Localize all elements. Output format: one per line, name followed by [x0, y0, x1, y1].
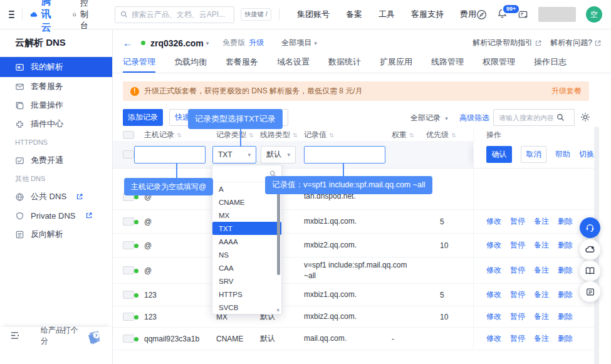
type-option-mx[interactable]: MX	[212, 209, 281, 222]
record-search[interactable]	[493, 109, 575, 126]
header-line[interactable]: 线路类型⇅	[260, 130, 304, 140]
action-modify[interactable]: 修改	[486, 216, 501, 227]
action-pause[interactable]: 暂停	[510, 333, 525, 344]
sort-icon[interactable]: ⇅	[249, 132, 254, 138]
domain-name[interactable]: zrq0326.com	[150, 38, 204, 48]
type-option-aaaa[interactable]: AAAA	[212, 235, 281, 248]
sidebar-item-plugin[interactable]: 插件中心	[0, 115, 112, 133]
action-delete[interactable]: 删除	[558, 333, 573, 344]
sidebar-item-batch[interactable]: 批量操作	[0, 96, 112, 115]
upgrade-package-link[interactable]: 升级套餐	[551, 86, 582, 96]
row-checkbox[interactable]	[123, 291, 134, 299]
host-record-input[interactable]	[134, 146, 206, 164]
action-delete[interactable]: 删除	[558, 289, 573, 300]
action-remark[interactable]: 备注	[534, 240, 549, 251]
global-search[interactable]	[115, 6, 234, 23]
action-modify[interactable]: 修改	[486, 240, 501, 251]
type-option-srv[interactable]: SRV	[212, 274, 281, 288]
tab-statistics[interactable]: 数据统计	[328, 56, 361, 73]
menu-tools[interactable]: 工具	[379, 9, 395, 20]
avatar[interactable]: 空	[586, 6, 602, 23]
cloud-fab[interactable]	[580, 239, 600, 260]
console-link[interactable]: 控制台	[72, 0, 93, 31]
action-modify[interactable]: 修改	[486, 333, 501, 344]
chevron-down-icon[interactable]: ▾	[314, 40, 317, 46]
rate-ribbon-icon[interactable]	[86, 330, 102, 345]
sort-icon[interactable]: ⇅	[451, 132, 456, 138]
hamburger-menu-icon[interactable]	[9, 11, 14, 18]
type-option-https[interactable]: HTTPS	[212, 288, 281, 301]
header-weight[interactable]: 权重⇅	[392, 130, 426, 140]
type-option-ns[interactable]: NS	[212, 248, 281, 261]
action-modify[interactable]: 修改	[486, 311, 501, 322]
action-modify[interactable]: 修改	[486, 265, 501, 276]
row-checkbox[interactable]	[123, 266, 134, 274]
action-delete[interactable]: 删除	[558, 240, 573, 251]
menu-group-account[interactable]: 集团账号	[297, 9, 330, 20]
help-problem-link[interactable]: 解析有问题?	[550, 38, 601, 48]
action-pause[interactable]: 暂停	[510, 265, 525, 276]
action-modify[interactable]: 修改	[486, 289, 501, 300]
type-option-svcb[interactable]: SVCB	[212, 301, 281, 314]
upgrade-link[interactable]: 升级	[249, 38, 264, 48]
tab-permissions[interactable]: 权限管理	[483, 56, 515, 73]
sidebar-item-package[interactable]: 套餐服务	[0, 77, 112, 96]
notifications[interactable]: 99+	[497, 8, 508, 21]
row-checkbox[interactable]	[123, 313, 134, 321]
gear-icon[interactable]	[580, 112, 590, 122]
action-remark[interactable]: 备注	[534, 289, 549, 300]
action-remark[interactable]: 备注	[534, 265, 549, 276]
chevron-down-icon[interactable]: ▾	[206, 40, 209, 46]
sidebar-item-my-dns[interactable]: 我的解析	[0, 57, 112, 77]
sort-icon[interactable]: ⇅	[409, 132, 414, 138]
support-headset-fab[interactable]	[580, 217, 600, 238]
menu-support[interactable]: 客服支持	[411, 9, 444, 20]
help-guide-link[interactable]: 解析记录帮助指引	[473, 38, 541, 48]
global-search-input[interactable]	[132, 10, 229, 19]
header-priority[interactable]: 优先级⇅	[426, 130, 473, 140]
sidebar-item-free-activate[interactable]: 免费开通	[0, 151, 112, 170]
survey-fab[interactable]	[580, 281, 600, 302]
action-pause[interactable]: 暂停	[510, 311, 525, 322]
record-type-select[interactable]: TXT ▾	[212, 146, 256, 164]
tab-package[interactable]: 套餐服务	[226, 56, 258, 73]
tab-line-management[interactable]: 线路管理	[431, 56, 464, 73]
action-remark[interactable]: 备注	[534, 333, 549, 344]
select-all-checkbox[interactable]	[123, 131, 134, 139]
dropdown-scrollbar[interactable]	[277, 185, 280, 275]
switch-link[interactable]: 切换	[579, 149, 594, 160]
row-checkbox[interactable]	[123, 217, 134, 226]
header-value[interactable]: 记录值⇅	[304, 130, 392, 140]
row-checkbox[interactable]	[123, 241, 134, 249]
row-checkbox[interactable]	[123, 335, 134, 343]
menu-icp[interactable]: 备案	[346, 9, 362, 20]
action-delete[interactable]: 删除	[558, 311, 573, 322]
sort-icon[interactable]: ⇅	[293, 132, 298, 138]
action-pause[interactable]: 暂停	[510, 240, 525, 251]
action-pause[interactable]: 暂停	[510, 216, 525, 227]
action-delete[interactable]: 删除	[558, 265, 573, 276]
compass-icon[interactable]	[476, 9, 487, 20]
add-record-button[interactable]: 添加记录	[123, 109, 163, 126]
tab-domain-settings[interactable]: 域名设置	[277, 56, 310, 73]
cancel-button[interactable]: 取消	[521, 146, 546, 163]
tencent-cloud-logo[interactable]: 腾讯云	[30, 0, 59, 34]
confirm-button[interactable]: 确认	[486, 146, 512, 163]
project-filter[interactable]: 全部项目	[281, 38, 311, 48]
rate-product-label[interactable]: 给产品打个分	[41, 325, 85, 346]
collapse-sidebar-icon[interactable]	[10, 331, 19, 340]
sidebar-item-public-dns[interactable]: 公共 DNS	[0, 187, 112, 206]
record-search-input[interactable]	[499, 114, 554, 122]
action-pause[interactable]: 暂停	[510, 289, 525, 300]
header-host[interactable]: 主机记录⇅	[134, 130, 216, 140]
type-option-txt[interactable]: TXT	[212, 222, 281, 235]
advanced-filter-button[interactable]: 高级筛选	[459, 113, 489, 123]
menu-billing[interactable]: 费用	[460, 9, 476, 20]
back-arrow-icon[interactable]: ←	[123, 38, 132, 48]
header-type[interactable]: 记录类型⇅	[216, 130, 260, 140]
record-value-input[interactable]	[304, 146, 385, 164]
action-delete[interactable]: 删除	[558, 216, 573, 227]
search-icon[interactable]	[556, 113, 565, 122]
type-option-caa[interactable]: CAA	[212, 261, 281, 274]
action-remark[interactable]: 备注	[534, 311, 549, 322]
